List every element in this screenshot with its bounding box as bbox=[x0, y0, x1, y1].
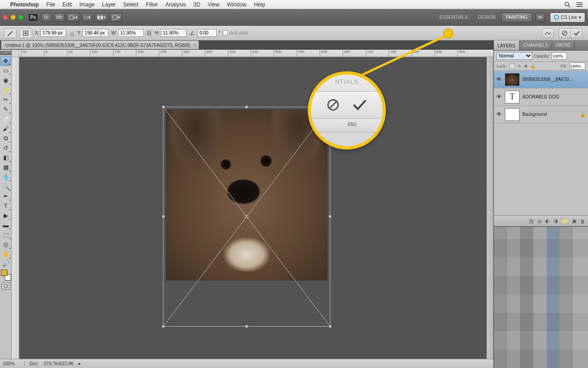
lasso-tool[interactable]: ◉ bbox=[0, 75, 11, 85]
lock-brush-icon[interactable]: ✎ bbox=[518, 64, 521, 69]
zoom-window-button[interactable] bbox=[18, 15, 23, 20]
layer-row[interactable]: 👁 Background 🔒 bbox=[494, 106, 588, 123]
canvas-area[interactable] bbox=[19, 57, 493, 359]
workspace-painting[interactable]: PAINTING bbox=[501, 12, 532, 23]
link-layers-icon[interactable]: ⛓ bbox=[529, 218, 534, 224]
eyedropper-tool[interactable]: ✎ bbox=[0, 104, 11, 114]
move-tool[interactable]: ✥ bbox=[0, 56, 11, 66]
layer-group-icon[interactable]: 📁 bbox=[562, 218, 568, 224]
horizontal-ruler[interactable]: 50 0 50 100 150 200 250 300 350 400 450 … bbox=[12, 50, 493, 57]
blur-tool[interactable]: 💧 bbox=[0, 172, 11, 182]
dodge-tool[interactable]: 🔍 bbox=[0, 182, 11, 191]
lock-pixels-icon[interactable] bbox=[509, 63, 515, 69]
warp-mode-button[interactable] bbox=[542, 28, 554, 38]
fill-field[interactable] bbox=[570, 63, 585, 69]
menu-app[interactable]: Photoshop bbox=[10, 1, 39, 8]
handle-top[interactable] bbox=[245, 105, 248, 109]
lock-position-icon[interactable]: ✥ bbox=[524, 64, 528, 69]
paths-tab[interactable]: PATHS bbox=[552, 40, 575, 50]
layer-thumbnail[interactable]: T bbox=[505, 91, 520, 104]
path-selection-tool[interactable]: ▶ bbox=[0, 211, 11, 220]
bridge-button[interactable]: Br bbox=[41, 13, 52, 22]
history-brush-tool[interactable]: ↺ bbox=[0, 143, 11, 153]
type-tool[interactable]: T bbox=[0, 201, 11, 211]
minimize-window-button[interactable] bbox=[11, 15, 16, 20]
visibility-icon[interactable]: 👁 bbox=[496, 76, 502, 83]
3d-tool[interactable]: ⬚ bbox=[0, 230, 11, 240]
y-field[interactable] bbox=[83, 29, 108, 37]
w-field[interactable] bbox=[118, 29, 144, 37]
screen-mode-dropdown[interactable]: ▾ bbox=[110, 13, 122, 22]
close-window-button[interactable] bbox=[3, 15, 8, 20]
menu-file[interactable]: File bbox=[46, 1, 55, 8]
minibridge-button[interactable]: Mb bbox=[54, 13, 65, 22]
layer-name[interactable]: ADORABLE DOG bbox=[522, 94, 586, 99]
menu-analysis[interactable]: Analysis bbox=[165, 1, 186, 8]
menu-layer[interactable]: Layer bbox=[102, 1, 116, 8]
antialias-checkbox[interactable] bbox=[223, 30, 228, 35]
menu-list-icon[interactable] bbox=[576, 2, 583, 7]
ruler-origin[interactable] bbox=[12, 50, 19, 57]
h-field[interactable] bbox=[161, 29, 187, 37]
marquee-tool[interactable]: ▭ bbox=[0, 66, 11, 75]
handle-bottom[interactable] bbox=[245, 325, 248, 328]
3d-camera-tool[interactable]: ◎ bbox=[0, 240, 11, 249]
handle-top-left[interactable] bbox=[162, 105, 165, 109]
handle-bottom-right[interactable] bbox=[328, 325, 332, 328]
cancel-transform-button[interactable] bbox=[559, 28, 571, 38]
zoom-level[interactable]: 100% bbox=[3, 361, 25, 366]
new-layer-icon[interactable]: ▣ bbox=[572, 218, 577, 224]
delete-layer-icon[interactable]: 🗑 bbox=[580, 218, 585, 224]
vertical-ruler[interactable] bbox=[12, 57, 19, 359]
healing-brush-tool[interactable]: 🩹 bbox=[0, 114, 11, 124]
brush-tool[interactable]: 🖌 bbox=[0, 124, 11, 133]
commit-transform-button[interactable] bbox=[571, 28, 582, 38]
eraser-tool[interactable]: ◧ bbox=[0, 153, 11, 162]
zoom-tool[interactable]: 🔎 bbox=[0, 259, 11, 269]
handle-bottom-left[interactable] bbox=[162, 325, 165, 328]
cs-live-button[interactable]: CS Live▾ bbox=[550, 12, 585, 23]
handle-left[interactable] bbox=[162, 215, 165, 218]
menu-help[interactable]: Help bbox=[254, 1, 266, 8]
menu-image[interactable]: Image bbox=[79, 1, 95, 8]
transform-bounding-box[interactable] bbox=[163, 107, 330, 327]
menu-filter[interactable]: Filter bbox=[146, 1, 158, 8]
triangle-icon[interactable]: △ bbox=[69, 30, 74, 36]
workspace-more-button[interactable]: ≫ bbox=[535, 13, 545, 22]
reference-point-icon[interactable] bbox=[19, 28, 32, 38]
quick-mask-button[interactable] bbox=[1, 282, 11, 290]
opacity-field[interactable] bbox=[551, 52, 567, 59]
layer-mask-icon[interactable]: ◐ bbox=[545, 218, 550, 224]
spotlight-icon[interactable] bbox=[564, 1, 571, 8]
x-field[interactable] bbox=[40, 29, 66, 37]
layer-row[interactable]: 👁 T ADORABLE DOG bbox=[494, 88, 588, 106]
layer-thumbnail[interactable] bbox=[505, 73, 520, 86]
layer-fx-icon[interactable]: fx bbox=[537, 218, 542, 224]
layer-row[interactable]: 👁 58956353308__9A670... bbox=[494, 71, 588, 88]
navigator-panel[interactable] bbox=[494, 226, 588, 368]
workspace-essentials[interactable]: ESSENTIALS bbox=[435, 12, 472, 23]
menu-select[interactable]: Select bbox=[123, 1, 138, 8]
document-tab[interactable]: Untitled-1 @ 100% (58956353308__9A670F00… bbox=[1, 40, 199, 49]
magic-wand-tool[interactable]: ✨ bbox=[0, 85, 11, 95]
view-extras-dropdown[interactable]: ▾ bbox=[67, 13, 80, 22]
hand-tool[interactable]: ✋ bbox=[0, 249, 11, 259]
workspace-design[interactable]: DESIGN bbox=[473, 12, 500, 23]
arrange-docs-dropdown[interactable]: ▾ bbox=[95, 13, 108, 22]
layers-tab[interactable]: LAYERS bbox=[494, 40, 520, 50]
tool-preset-icon[interactable] bbox=[4, 28, 17, 38]
clone-stamp-tool[interactable]: ⧉ bbox=[0, 133, 11, 143]
angle-field[interactable] bbox=[198, 29, 217, 37]
pen-tool[interactable]: ✒ bbox=[0, 191, 11, 201]
link-wh-icon[interactable]: ⛓ bbox=[147, 30, 152, 36]
menu-window[interactable]: Window bbox=[227, 1, 247, 8]
menu-edit[interactable]: Edit bbox=[62, 1, 72, 8]
status-menu-icon[interactable]: ▸ bbox=[79, 361, 81, 366]
menu-view[interactable]: View bbox=[208, 1, 220, 8]
visibility-icon[interactable]: 👁 bbox=[496, 111, 502, 118]
close-tab-icon[interactable]: × bbox=[193, 43, 196, 48]
crop-tool[interactable]: ✂ bbox=[0, 95, 11, 104]
layer-thumbnail[interactable] bbox=[505, 108, 520, 121]
visibility-icon[interactable]: 👁 bbox=[496, 94, 502, 100]
layer-name[interactable]: 58956353308__9A670... bbox=[522, 77, 586, 82]
